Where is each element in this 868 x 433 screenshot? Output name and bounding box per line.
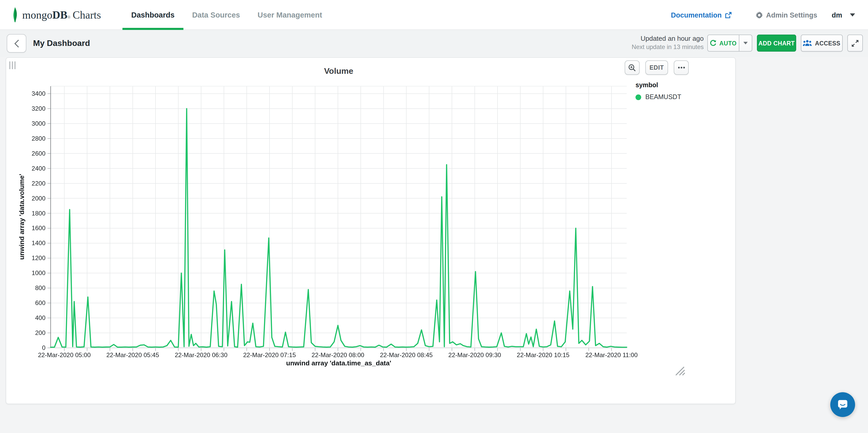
legend-label: BEAMUSDT [645, 93, 681, 101]
edit-chart-button[interactable]: EDIT [645, 60, 668, 75]
svg-text:3400: 3400 [32, 90, 45, 97]
legend-entry[interactable]: BEAMUSDT [636, 93, 681, 101]
chat-launcher-button[interactable] [830, 392, 855, 417]
svg-text:1400: 1400 [32, 239, 45, 246]
auto-refresh-button[interactable]: AUTO [707, 35, 739, 52]
resize-handle-icon[interactable] [675, 366, 686, 376]
nav-right: Documentation Admin Settings dm [671, 0, 856, 30]
top-nav: mongoDB®Charts Dashboards Data Sources U… [0, 0, 868, 30]
update-status: Updated an hour ago Next update in 13 mi… [632, 34, 704, 51]
next-update-text: Next update in 13 minutes [632, 43, 704, 51]
svg-text:2200: 2200 [32, 180, 45, 187]
chat-bubble-icon [836, 398, 849, 411]
svg-text:22-Mar-2020 11:00: 22-Mar-2020 11:00 [585, 352, 638, 359]
refresh-icon [710, 40, 717, 46]
chart-card: Volume EDIT symbol BEAMUSDT [6, 57, 736, 404]
volume-line-chart[interactable]: 0200400600800100012001400160018002000220… [51, 86, 627, 348]
back-button[interactable] [7, 34, 26, 53]
svg-text:3200: 3200 [32, 105, 45, 112]
legend-title: symbol [636, 81, 681, 89]
access-label: ACCESS [815, 40, 840, 46]
svg-text:22-Mar-2020 05:00: 22-Mar-2020 05:00 [38, 352, 91, 359]
dashboard-title: My Dashboard [33, 30, 90, 57]
svg-text:22-Mar-2020 05:45: 22-Mar-2020 05:45 [106, 352, 159, 359]
svg-text:22-Mar-2020 07:15: 22-Mar-2020 07:15 [243, 352, 296, 359]
svg-text:1000: 1000 [32, 269, 45, 276]
svg-text:1600: 1600 [32, 225, 45, 231]
chart-toolbar: EDIT [625, 60, 689, 75]
svg-text:400: 400 [35, 314, 45, 321]
legend-swatch [636, 94, 641, 100]
svg-text:22-Mar-2020 08:45: 22-Mar-2020 08:45 [380, 352, 433, 359]
documentation-link[interactable]: Documentation [671, 11, 732, 19]
auto-refresh-dropdown[interactable] [739, 35, 752, 52]
access-button[interactable]: ACCESS [801, 35, 843, 52]
dashboard-header: My Dashboard Updated an hour ago Next up… [0, 30, 868, 57]
svg-text:2800: 2800 [32, 135, 45, 142]
chevron-left-icon [14, 39, 20, 48]
external-link-icon [724, 11, 731, 18]
x-axis-label: unwind array 'data.time_as_data' [51, 359, 627, 367]
zoom-in-icon [628, 64, 636, 71]
add-chart-button[interactable]: ADD CHART [757, 35, 796, 52]
svg-text:2400: 2400 [32, 165, 45, 172]
drag-handle-icon[interactable] [9, 61, 16, 69]
tab-user-management[interactable]: User Management [249, 0, 331, 30]
auto-refresh-control: AUTO [707, 35, 752, 52]
admin-settings-link[interactable]: Admin Settings [755, 11, 817, 19]
documentation-label: Documentation [671, 11, 722, 19]
chart-title: Volume [51, 67, 627, 76]
nav-tabs: Dashboards Data Sources User Management [122, 0, 331, 30]
more-options-icon [678, 67, 685, 69]
caret-down-icon [849, 13, 856, 17]
gear-icon [755, 11, 763, 19]
svg-text:0: 0 [42, 344, 45, 351]
mongodb-leaf-icon [11, 7, 19, 23]
auto-label: AUTO [719, 40, 737, 46]
svg-text:2000: 2000 [32, 195, 45, 202]
updated-text: Updated an hour ago [632, 34, 704, 43]
svg-text:22-Mar-2020 08:00: 22-Mar-2020 08:00 [312, 352, 364, 359]
mongodb-charts-logo[interactable]: mongoDB®Charts [11, 0, 101, 30]
user-name: dm [832, 11, 842, 19]
people-icon [803, 40, 812, 46]
brand-wordmark: mongoDB®Charts [22, 8, 101, 22]
svg-text:22-Mar-2020 06:30: 22-Mar-2020 06:30 [175, 352, 227, 359]
fullscreen-button[interactable] [847, 35, 863, 52]
svg-text:1800: 1800 [32, 210, 45, 217]
expand-icon [851, 39, 859, 47]
caret-down-icon [743, 41, 748, 45]
svg-text:3000: 3000 [32, 120, 45, 127]
zoom-chart-button[interactable] [625, 60, 640, 75]
svg-text:800: 800 [35, 285, 45, 291]
svg-text:200: 200 [35, 329, 45, 336]
y-axis-label: unwind array 'data.volume' [18, 174, 26, 260]
tab-dashboards[interactable]: Dashboards [122, 0, 183, 30]
svg-text:2600: 2600 [32, 150, 45, 157]
user-menu[interactable]: dm [832, 11, 856, 19]
app-root: mongoDB®Charts Dashboards Data Sources U… [0, 0, 868, 433]
admin-settings-label: Admin Settings [766, 11, 817, 19]
svg-text:22-Mar-2020 09:30: 22-Mar-2020 09:30 [448, 352, 501, 359]
svg-text:600: 600 [35, 299, 45, 306]
chart-legend: symbol BEAMUSDT [636, 81, 681, 101]
svg-text:1200: 1200 [32, 255, 45, 261]
more-options-button[interactable] [674, 60, 689, 75]
tab-data-sources[interactable]: Data Sources [183, 0, 249, 30]
svg-text:22-Mar-2020 10:15: 22-Mar-2020 10:15 [517, 352, 569, 359]
